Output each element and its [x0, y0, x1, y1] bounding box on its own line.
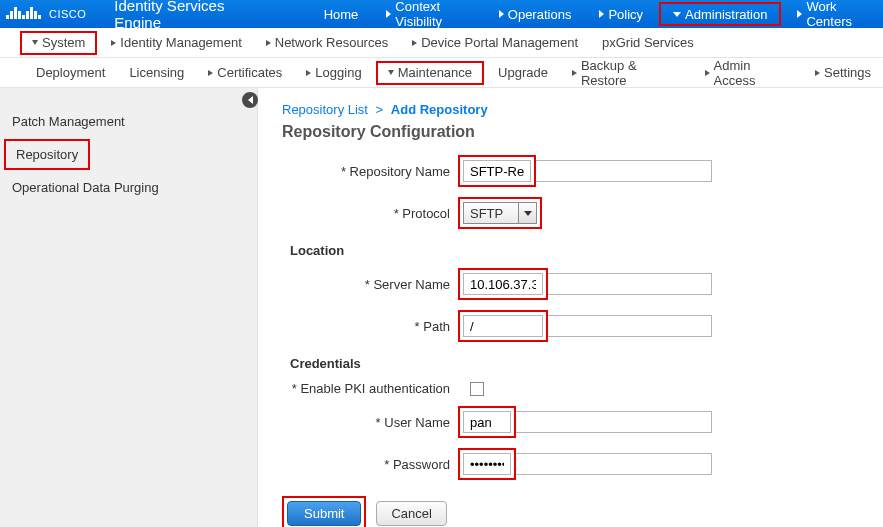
- arrow-right-icon: [266, 40, 271, 46]
- label-repository-name: * Repository Name: [282, 164, 458, 179]
- arrow-right-icon: [705, 70, 710, 76]
- sidebar-collapse-icon[interactable]: [242, 92, 258, 108]
- subnav-network-resources[interactable]: Network Resources: [254, 28, 400, 57]
- arrow-right-icon: [499, 10, 504, 18]
- highlight-protocol: SFTP: [458, 197, 542, 229]
- nav-policy[interactable]: Policy: [585, 0, 657, 28]
- left-sidebar: Patch Management Repository Operational …: [0, 88, 258, 527]
- subnav2-maintenance[interactable]: Maintenance: [376, 61, 484, 85]
- main-area: Patch Management Repository Operational …: [0, 88, 883, 527]
- arrow-right-icon: [386, 10, 391, 18]
- nav-work-centers[interactable]: Work Centers: [783, 0, 883, 28]
- row-enable-pki: * Enable PKI authentication: [282, 381, 883, 396]
- breadcrumb-parent-link[interactable]: Repository List: [282, 102, 368, 117]
- checkbox-enable-pki[interactable]: [470, 382, 484, 396]
- input-password[interactable]: [463, 453, 511, 475]
- subnav2-upgrade[interactable]: Upgrade: [486, 58, 560, 87]
- arrow-right-icon: [412, 40, 417, 46]
- input-repository-name-ext[interactable]: [536, 160, 712, 182]
- label-server-name: * Server Name: [282, 277, 458, 292]
- nav-home[interactable]: Home: [310, 0, 373, 28]
- button-row: Submit Cancel: [282, 496, 883, 527]
- input-path-ext[interactable]: [548, 315, 712, 337]
- nav-operations[interactable]: Operations: [485, 0, 586, 28]
- caret-down-icon: [673, 12, 681, 17]
- content-area: Repository List > Add Repository Reposit…: [258, 88, 883, 527]
- label-path: * Path: [282, 319, 458, 334]
- input-repository-name[interactable]: [463, 160, 531, 182]
- input-password-ext[interactable]: [516, 453, 712, 475]
- arrow-right-icon: [111, 40, 116, 46]
- subnav-identity-management[interactable]: Identity Management: [99, 28, 253, 57]
- page-title: Repository Configuration: [282, 123, 883, 141]
- label-protocol: * Protocol: [282, 206, 458, 221]
- input-server-name-ext[interactable]: [548, 273, 712, 295]
- breadcrumb-current: Add Repository: [391, 102, 488, 117]
- caret-down-icon: [32, 40, 38, 45]
- input-server-name[interactable]: [463, 273, 543, 295]
- nav-administration[interactable]: Administration: [659, 2, 781, 26]
- chevron-down-icon[interactable]: [519, 202, 537, 224]
- input-user-name[interactable]: [463, 411, 511, 433]
- sub-nav-1: System Identity Management Network Resou…: [0, 28, 883, 58]
- highlight-password: [458, 448, 516, 480]
- cisco-logo-icon: [6, 7, 41, 21]
- top-nav-bar: CISCO Identity Services Engine Home Cont…: [0, 0, 883, 28]
- arrow-right-icon: [208, 70, 213, 76]
- heading-credentials: Credentials: [290, 356, 883, 371]
- input-user-name-ext[interactable]: [516, 411, 712, 433]
- top-nav: Home Context Visibility Operations Polic…: [310, 0, 883, 28]
- subnav2-admin-access[interactable]: Admin Access: [693, 58, 804, 87]
- row-path: * Path: [282, 310, 883, 342]
- sidebar-item-patch-management[interactable]: Patch Management: [0, 106, 257, 137]
- subnav-system[interactable]: System: [20, 31, 97, 55]
- brand-text: CISCO: [49, 9, 86, 20]
- sidebar-item-operational-data-purging[interactable]: Operational Data Purging: [0, 172, 257, 203]
- subnav-device-portal-management[interactable]: Device Portal Management: [400, 28, 590, 57]
- row-repository-name: * Repository Name: [282, 155, 883, 187]
- product-title: Identity Services Engine: [114, 0, 265, 31]
- subnav2-deployment[interactable]: Deployment: [24, 58, 117, 87]
- sub-nav-2: Deployment Licensing Certificates Loggin…: [0, 58, 883, 88]
- select-protocol-value: SFTP: [463, 202, 519, 224]
- row-protocol: * Protocol SFTP: [282, 197, 883, 229]
- row-password: * Password: [282, 448, 883, 480]
- row-server-name: * Server Name: [282, 268, 883, 300]
- highlight-user-name: [458, 406, 516, 438]
- arrow-right-icon: [815, 70, 820, 76]
- sidebar-item-repository[interactable]: Repository: [4, 139, 90, 170]
- label-user-name: * User Name: [282, 415, 458, 430]
- subnav2-logging[interactable]: Logging: [294, 58, 373, 87]
- subnav2-backup-restore[interactable]: Backup & Restore: [560, 58, 693, 87]
- highlight-submit: Submit: [282, 496, 366, 527]
- row-user-name: * User Name: [282, 406, 883, 438]
- select-protocol[interactable]: SFTP: [463, 202, 537, 224]
- subnav2-certificates[interactable]: Certificates: [196, 58, 294, 87]
- subnav2-settings[interactable]: Settings: [803, 58, 883, 87]
- breadcrumb-separator: >: [376, 102, 384, 117]
- input-path[interactable]: [463, 315, 543, 337]
- arrow-right-icon: [599, 10, 604, 18]
- breadcrumb: Repository List > Add Repository: [282, 102, 883, 117]
- arrow-right-icon: [306, 70, 311, 76]
- highlight-path: [458, 310, 548, 342]
- arrow-right-icon: [572, 70, 577, 76]
- label-password: * Password: [282, 457, 458, 472]
- submit-button[interactable]: Submit: [287, 501, 361, 526]
- nav-context-visibility[interactable]: Context Visibility: [372, 0, 484, 28]
- highlight-server-name: [458, 268, 548, 300]
- subnav2-licensing[interactable]: Licensing: [117, 58, 196, 87]
- label-enable-pki: * Enable PKI authentication: [282, 381, 458, 396]
- cancel-button[interactable]: Cancel: [376, 501, 446, 526]
- arrow-right-icon: [797, 10, 802, 18]
- heading-location: Location: [290, 243, 883, 258]
- caret-down-icon: [388, 70, 394, 75]
- subnav-pxgrid-services[interactable]: pxGrid Services: [590, 28, 706, 57]
- highlight-repository-name: [458, 155, 536, 187]
